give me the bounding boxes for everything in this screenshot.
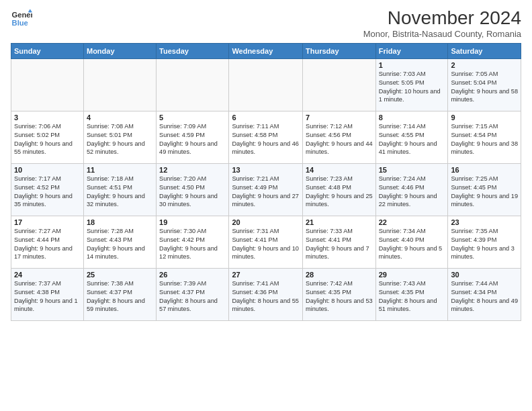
day-number: 17: [14, 218, 81, 226]
day-number: 26: [159, 271, 226, 279]
day-number: 23: [451, 218, 518, 226]
day-number: 19: [159, 218, 226, 226]
calendar-week-5: 24Sunrise: 7:37 AM Sunset: 4:38 PM Dayli…: [11, 268, 521, 320]
logo-icon: General Blue: [11, 8, 32, 30]
calendar-cell: 7Sunrise: 7:12 AM Sunset: 4:56 PM Daylig…: [303, 111, 376, 163]
page-subtitle: Monor, Bistrita-Nasaud County, Romania: [363, 29, 521, 39]
day-number: 13: [232, 166, 300, 174]
calendar-cell: 4Sunrise: 7:08 AM Sunset: 5:01 PM Daylig…: [83, 111, 156, 163]
calendar-cell: 14Sunrise: 7:23 AM Sunset: 4:48 PM Dayli…: [303, 163, 376, 216]
calendar-cell: 25Sunrise: 7:38 AM Sunset: 4:37 PM Dayli…: [83, 268, 156, 320]
day-detail: Sunrise: 7:42 AM Sunset: 4:35 PM Dayligh…: [306, 279, 373, 314]
calendar-cell: 22Sunrise: 7:34 AM Sunset: 4:40 PM Dayli…: [375, 216, 448, 268]
calendar-cell: 16Sunrise: 7:25 AM Sunset: 4:45 PM Dayli…: [448, 163, 521, 216]
weekday-header-wednesday: Wednesday: [229, 43, 303, 58]
page-title: November 2024: [363, 8, 521, 29]
calendar-cell: 30Sunrise: 7:44 AM Sunset: 4:34 PM Dayli…: [448, 268, 521, 320]
calendar-cell: 15Sunrise: 7:24 AM Sunset: 4:46 PM Dayli…: [375, 163, 448, 216]
day-number: 22: [379, 218, 445, 226]
day-number: 18: [87, 218, 153, 226]
day-detail: Sunrise: 7:41 AM Sunset: 4:36 PM Dayligh…: [232, 279, 300, 314]
day-number: 24: [14, 271, 81, 279]
day-detail: Sunrise: 7:30 AM Sunset: 4:42 PM Dayligh…: [159, 227, 226, 262]
day-detail: Sunrise: 7:37 AM Sunset: 4:38 PM Dayligh…: [14, 279, 81, 314]
calendar-cell: [303, 58, 376, 111]
title-area: November 2024 Monor, Bistrita-Nasaud Cou…: [363, 8, 521, 39]
calendar-cell: 6Sunrise: 7:11 AM Sunset: 4:58 PM Daylig…: [229, 111, 303, 163]
calendar-cell: [157, 58, 229, 111]
weekday-header-friday: Friday: [375, 43, 448, 58]
day-number: 27: [232, 271, 300, 279]
day-number: 6: [232, 113, 300, 122]
calendar-week-1: 1Sunrise: 7:03 AM Sunset: 5:05 PM Daylig…: [11, 58, 521, 111]
calendar-cell: 28Sunrise: 7:42 AM Sunset: 4:35 PM Dayli…: [303, 268, 376, 320]
weekday-header-tuesday: Tuesday: [157, 43, 229, 58]
day-detail: Sunrise: 7:20 AM Sunset: 4:50 PM Dayligh…: [159, 175, 226, 210]
day-detail: Sunrise: 7:27 AM Sunset: 4:44 PM Dayligh…: [14, 227, 81, 262]
calendar-cell: 3Sunrise: 7:06 AM Sunset: 5:02 PM Daylig…: [11, 111, 84, 163]
day-detail: Sunrise: 7:11 AM Sunset: 4:58 PM Dayligh…: [232, 122, 300, 157]
day-detail: Sunrise: 7:43 AM Sunset: 4:35 PM Dayligh…: [379, 279, 445, 314]
day-detail: Sunrise: 7:12 AM Sunset: 4:56 PM Dayligh…: [306, 122, 373, 157]
day-detail: Sunrise: 7:21 AM Sunset: 4:49 PM Dayligh…: [232, 175, 300, 210]
calendar-cell: 17Sunrise: 7:27 AM Sunset: 4:44 PM Dayli…: [11, 216, 84, 268]
day-detail: Sunrise: 7:06 AM Sunset: 5:02 PM Dayligh…: [14, 122, 81, 157]
day-detail: Sunrise: 7:35 AM Sunset: 4:39 PM Dayligh…: [451, 227, 518, 262]
calendar-week-2: 3Sunrise: 7:06 AM Sunset: 5:02 PM Daylig…: [11, 111, 521, 163]
calendar-cell: [229, 58, 303, 111]
calendar-cell: 9Sunrise: 7:15 AM Sunset: 4:54 PM Daylig…: [448, 111, 521, 163]
day-number: 4: [87, 113, 153, 122]
day-number: 1: [379, 61, 445, 69]
calendar-cell: 27Sunrise: 7:41 AM Sunset: 4:36 PM Dayli…: [229, 268, 303, 320]
day-detail: Sunrise: 7:38 AM Sunset: 4:37 PM Dayligh…: [87, 279, 153, 314]
calendar-week-3: 10Sunrise: 7:17 AM Sunset: 4:52 PM Dayli…: [11, 163, 521, 216]
day-number: 3: [14, 113, 81, 122]
day-number: 21: [306, 218, 373, 226]
calendar-cell: 19Sunrise: 7:30 AM Sunset: 4:42 PM Dayli…: [157, 216, 229, 268]
logo: General Blue: [11, 8, 32, 30]
calendar-cell: 21Sunrise: 7:33 AM Sunset: 4:41 PM Dayli…: [303, 216, 376, 268]
day-number: 29: [379, 271, 445, 279]
calendar-table: SundayMondayTuesdayWednesdayThursdayFrid…: [11, 43, 521, 321]
calendar-cell: 23Sunrise: 7:35 AM Sunset: 4:39 PM Dayli…: [448, 216, 521, 268]
day-detail: Sunrise: 7:28 AM Sunset: 4:43 PM Dayligh…: [87, 227, 153, 262]
calendar-cell: 10Sunrise: 7:17 AM Sunset: 4:52 PM Dayli…: [11, 163, 84, 216]
weekday-header-monday: Monday: [83, 43, 156, 58]
calendar-cell: 1Sunrise: 7:03 AM Sunset: 5:05 PM Daylig…: [375, 58, 448, 111]
calendar-cell: 18Sunrise: 7:28 AM Sunset: 4:43 PM Dayli…: [83, 216, 156, 268]
calendar-cell: [11, 58, 84, 111]
day-detail: Sunrise: 7:33 AM Sunset: 4:41 PM Dayligh…: [306, 227, 373, 262]
day-number: 12: [159, 166, 226, 174]
weekday-header-thursday: Thursday: [303, 43, 376, 58]
day-number: 10: [14, 166, 81, 174]
calendar-week-4: 17Sunrise: 7:27 AM Sunset: 4:44 PM Dayli…: [11, 216, 521, 268]
day-number: 2: [451, 61, 518, 69]
day-number: 15: [379, 166, 445, 174]
calendar-cell: 11Sunrise: 7:18 AM Sunset: 4:51 PM Dayli…: [83, 163, 156, 216]
calendar-cell: 2Sunrise: 7:05 AM Sunset: 5:04 PM Daylig…: [448, 58, 521, 111]
weekday-header-row: SundayMondayTuesdayWednesdayThursdayFrid…: [11, 43, 521, 58]
calendar-cell: 26Sunrise: 7:39 AM Sunset: 4:37 PM Dayli…: [157, 268, 229, 320]
day-detail: Sunrise: 7:24 AM Sunset: 4:46 PM Dayligh…: [379, 175, 445, 210]
day-number: 9: [451, 113, 518, 122]
day-number: 28: [306, 271, 373, 279]
day-number: 11: [87, 166, 153, 174]
calendar-cell: [83, 58, 156, 111]
svg-text:Blue: Blue: [12, 19, 28, 27]
day-detail: Sunrise: 7:34 AM Sunset: 4:40 PM Dayligh…: [379, 227, 445, 262]
calendar-cell: 8Sunrise: 7:14 AM Sunset: 4:55 PM Daylig…: [375, 111, 448, 163]
day-number: 20: [232, 218, 300, 226]
day-detail: Sunrise: 7:05 AM Sunset: 5:04 PM Dayligh…: [451, 70, 518, 105]
day-detail: Sunrise: 7:44 AM Sunset: 4:34 PM Dayligh…: [451, 279, 518, 314]
day-detail: Sunrise: 7:31 AM Sunset: 4:41 PM Dayligh…: [232, 227, 300, 262]
weekday-header-saturday: Saturday: [448, 43, 521, 58]
day-number: 7: [306, 113, 373, 122]
day-number: 25: [87, 271, 153, 279]
day-detail: Sunrise: 7:14 AM Sunset: 4:55 PM Dayligh…: [379, 122, 445, 157]
weekday-header-sunday: Sunday: [11, 43, 84, 58]
calendar-cell: 12Sunrise: 7:20 AM Sunset: 4:50 PM Dayli…: [157, 163, 229, 216]
day-number: 16: [451, 166, 518, 174]
calendar-cell: 13Sunrise: 7:21 AM Sunset: 4:49 PM Dayli…: [229, 163, 303, 216]
calendar-cell: 5Sunrise: 7:09 AM Sunset: 4:59 PM Daylig…: [157, 111, 229, 163]
day-detail: Sunrise: 7:09 AM Sunset: 4:59 PM Dayligh…: [159, 122, 226, 157]
